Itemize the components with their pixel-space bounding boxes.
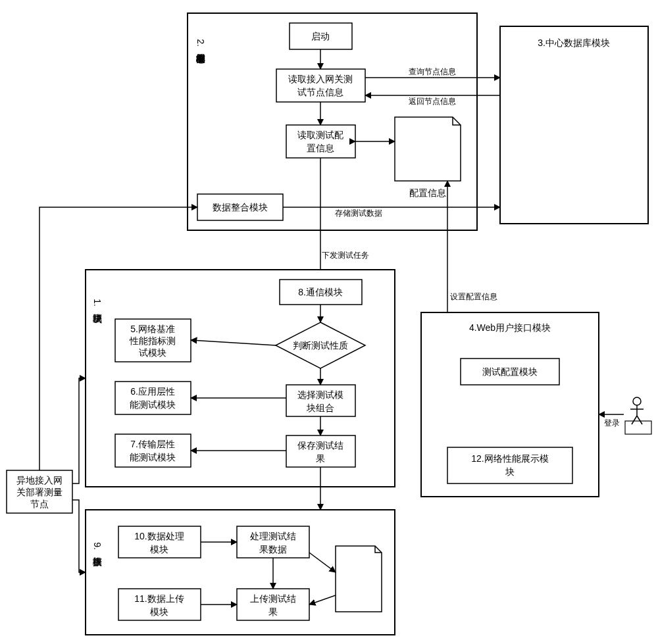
user-icon <box>625 397 651 434</box>
label-translayer-2: 能测试模块 <box>130 452 176 462</box>
label-proc-result-1: 处理测试结 <box>250 531 296 541</box>
svg-rect-1 <box>625 421 651 434</box>
label-save-result-1: 保存测试结 <box>297 440 343 451</box>
label-remote-1: 异地接入网 <box>16 475 63 485</box>
module-web-ui-label: 4.Web用户接口模块 <box>469 322 551 333</box>
label-data-upload-1: 11.数据上传 <box>134 593 184 604</box>
label-remote-2: 关部署测量 <box>16 487 63 497</box>
edge-login: 登录 <box>604 418 620 428</box>
label-read-config-1: 读取测试配 <box>297 130 343 140</box>
label-data-proc-1: 10.数据处理 <box>134 531 184 541</box>
label-start: 启动 <box>311 31 330 41</box>
label-read-gateway-1: 读取接入网关测 <box>288 74 353 84</box>
label-judge: 判断测试性质 <box>293 340 348 351</box>
module-database-label: 3.中心数据库模块 <box>538 37 610 48</box>
label-proc-result-2: 果数据 <box>259 544 287 555</box>
label-upload-result-2: 果 <box>268 607 278 617</box>
label-test-config: 测试配置模块 <box>482 366 538 377</box>
doc-upload <box>336 546 382 612</box>
label-data-upload-2: 模块 <box>150 607 168 617</box>
edge-query-node: 查询节点信息 <box>409 67 456 76</box>
svg-point-0 <box>633 397 641 405</box>
label-save-result-2: 果 <box>316 453 325 464</box>
label-applayer-2: 能测试模块 <box>130 399 176 410</box>
label-baseline-3: 试模块 <box>139 347 166 358</box>
label-translayer-1: 7.传输层性 <box>130 439 175 449</box>
label-upload-result-1: 上传测试结 <box>250 593 296 604</box>
edge-store-data: 存储测试数据 <box>335 209 382 218</box>
label-remote-3: 节点 <box>30 499 49 509</box>
label-baseline-2: 性能指标测 <box>129 335 176 346</box>
label-comm: 8.通信模块 <box>298 287 343 297</box>
label-select-combo-1: 选择测试模 <box>297 389 343 400</box>
edge-issue-task: 下发测试任务 <box>322 251 369 260</box>
label-integrate: 数据整合模块 <box>213 202 268 212</box>
edge-set-config: 设置配置信息 <box>450 292 497 301</box>
label-select-combo-2: 块组合 <box>306 403 334 413</box>
edge-return-node: 返回节点信息 <box>409 97 456 106</box>
label-perf-display-1: 12.网络性能展示模 <box>471 453 548 464</box>
arrow-remote-to-test <box>72 378 86 483</box>
label-read-gateway-2: 试节点信息 <box>297 87 343 97</box>
module-database <box>500 26 648 224</box>
label-perf-display-2: 块 <box>505 466 515 477</box>
label-read-config-2: 置信息 <box>307 143 334 153</box>
arrow-remote-to-data <box>72 500 86 572</box>
label-baseline-1: 5.网络基准 <box>130 324 175 334</box>
label-applayer-1: 6.应用层性 <box>130 386 175 397</box>
doc-config-info <box>395 117 461 181</box>
label-data-proc-2: 模块 <box>150 544 168 555</box>
label-config-info: 配置信息 <box>409 187 446 198</box>
